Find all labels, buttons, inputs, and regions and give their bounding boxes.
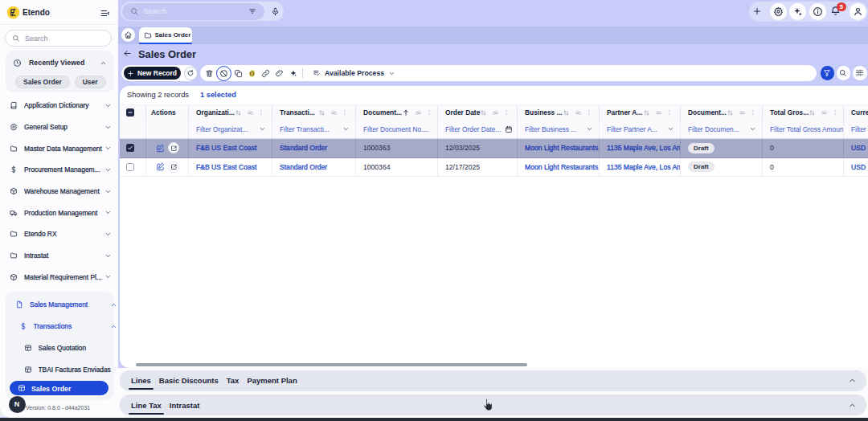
column-menu-icon[interactable] [666,109,673,116]
filter-partner-address[interactable]: Filter Partner A... [600,121,681,139]
column-header-transaction-document[interactable]: Transacti... [272,105,356,121]
sort-icon[interactable] [235,109,242,116]
grid-settings-button[interactable] [853,66,867,80]
chevron-down-icon[interactable] [667,125,674,133]
filter-menu-icon[interactable] [821,109,828,116]
sidebar-item-material-requirement-planning[interactable]: Material Requirement Pl... [0,267,118,288]
collapse-section-button[interactable] [848,376,857,385]
sort-ascending-icon[interactable] [402,108,410,116]
chevron-down-icon[interactable] [586,125,593,133]
cell-partner-address[interactable]: 1135 Maple Ave, Los Angeles [607,163,681,171]
open-row-button[interactable] [168,161,179,173]
filter-business-partner[interactable]: Filter Business ... [518,121,600,139]
profile-button[interactable] [850,3,866,20]
column-header-total-gross[interactable]: Total Gros... [763,105,844,121]
filter-document-status[interactable]: Filter Documen... [681,121,763,139]
column-menu-icon[interactable] [586,109,592,116]
sidebar-item-sales-quotation[interactable]: Sales Quotation [6,337,114,359]
sidebar-item-etendo-rx[interactable]: Etendo RX [0,223,118,245]
cell-business-partner[interactable]: Moon Light Restaurants, Corp [525,163,600,171]
info-button[interactable] [809,3,826,20]
row-checkbox-unchecked[interactable] [126,163,134,171]
column-menu-icon[interactable] [503,109,510,116]
user-avatar[interactable]: N [9,396,26,413]
search-filter-icon[interactable] [248,7,256,15]
sort-icon[interactable] [318,109,326,116]
calendar-icon[interactable] [505,125,513,133]
recent-chip-user[interactable]: User [75,76,106,88]
edit-row-button[interactable] [156,144,165,153]
sort-icon[interactable] [643,109,650,116]
selected-count-label[interactable]: 1 selected [200,91,236,99]
filter-menu-icon[interactable] [739,109,746,116]
column-menu-icon[interactable] [426,109,432,116]
filter-menu-icon[interactable] [247,109,254,116]
chevron-down-icon[interactable] [749,125,756,133]
tab-tax[interactable]: Tax [227,376,240,385]
sort-icon[interactable] [727,109,734,116]
row-checkbox-checked[interactable] [126,144,134,152]
payment-button[interactable] [245,66,259,80]
filter-menu-icon[interactable] [575,109,582,116]
table-row[interactable]: F&B US East Coast Standard Order 1000364… [120,158,868,178]
cell-partner-address[interactable]: 1135 Maple Ave, Los Angeles [607,144,681,152]
chevron-down-icon[interactable] [342,125,350,133]
sidebar-item-sales-management[interactable]: Sales Management [6,294,114,316]
recently-viewed-header[interactable]: Recently Viewed [6,55,114,70]
sparkles-button[interactable] [789,3,806,20]
table-row[interactable]: F&B US East Coast Standard Order 1000363… [120,139,868,158]
column-header-document-status[interactable]: Document... [681,105,763,121]
cell-currency[interactable]: USD [851,144,866,152]
sidebar-item-general-setup[interactable]: General Setup [0,116,118,138]
tab-line-tax[interactable]: Line Tax [131,401,162,410]
cell-business-partner[interactable]: Moon Light Restaurants, Corp [525,144,600,152]
filter-order-date[interactable]: Filter Order Date... [438,121,518,139]
sort-icon[interactable] [809,109,816,116]
filter-menu-icon[interactable] [492,109,499,116]
chevron-down-icon[interactable] [259,125,266,133]
tab-basic-discounts[interactable]: Basic Discounts [159,376,219,385]
sort-icon[interactable] [480,109,487,116]
delete-button[interactable] [203,66,216,80]
sidebar-collapse-button[interactable] [100,8,110,18]
sidebar-item-application-dictionary[interactable]: Application Dictionary [0,95,118,116]
new-record-button[interactable]: New Record [124,67,181,80]
recent-chip-sales-order[interactable]: Sales Order [15,76,70,88]
filter-total-gross[interactable]: Filter Total Gross Amount [763,121,844,139]
cell-organization[interactable]: F&B US East Coast [196,163,256,171]
filter-menu-icon[interactable] [655,109,662,116]
filter-menu-icon[interactable] [330,109,338,116]
filter-currency[interactable]: Filter Currency [844,121,868,139]
sidebar-search-input[interactable]: Search [5,30,112,47]
column-menu-icon[interactable] [750,109,756,116]
filter-button[interactable] [821,66,835,80]
sidebar-item-procurement-management[interactable]: Procurement Managem... [0,159,118,181]
tab-sales-order[interactable]: Sales Order [139,27,193,43]
back-button[interactable] [123,49,132,58]
chevron-down-icon[interactable] [388,70,395,77]
horizontal-scrollbar[interactable] [136,363,527,366]
column-menu-icon[interactable] [832,109,838,116]
sidebar-item-transactions[interactable]: Transactions [6,316,114,337]
sort-icon[interactable] [563,109,570,116]
cell-organization[interactable]: F&B US East Coast [196,144,256,152]
global-search-input[interactable]: Search [122,3,264,20]
select-all-checkbox[interactable] [126,108,134,116]
sidebar-item-warehouse-management[interactable]: Warehouse Management [0,181,118,202]
cell-transaction-document[interactable]: Standard Order [280,163,327,171]
collapse-section-button[interactable] [848,401,857,410]
column-menu-icon[interactable] [342,109,348,116]
grid-search-button[interactable] [837,66,851,80]
column-header-order-date[interactable]: Order Date [438,105,518,121]
filter-organization[interactable]: Filter Organizat... [189,121,272,139]
column-header-partner-address[interactable]: Partner A... [600,105,681,121]
sidebar-item-tbai-facturas-enviadas[interactable]: TBAI Facturas Enviadas [6,359,114,381]
add-button[interactable] [752,6,762,16]
cell-transaction-document[interactable]: Standard Order [280,144,327,152]
home-button[interactable] [121,28,135,42]
etendo-logo[interactable] [6,6,20,19]
column-header-business-partner[interactable]: Business ... [518,105,600,121]
edit-row-button[interactable] [156,162,165,171]
filter-document-no[interactable]: Filter Document No.... [356,121,438,139]
sidebar-item-sales-order-active[interactable]: Sales Order [10,381,108,395]
